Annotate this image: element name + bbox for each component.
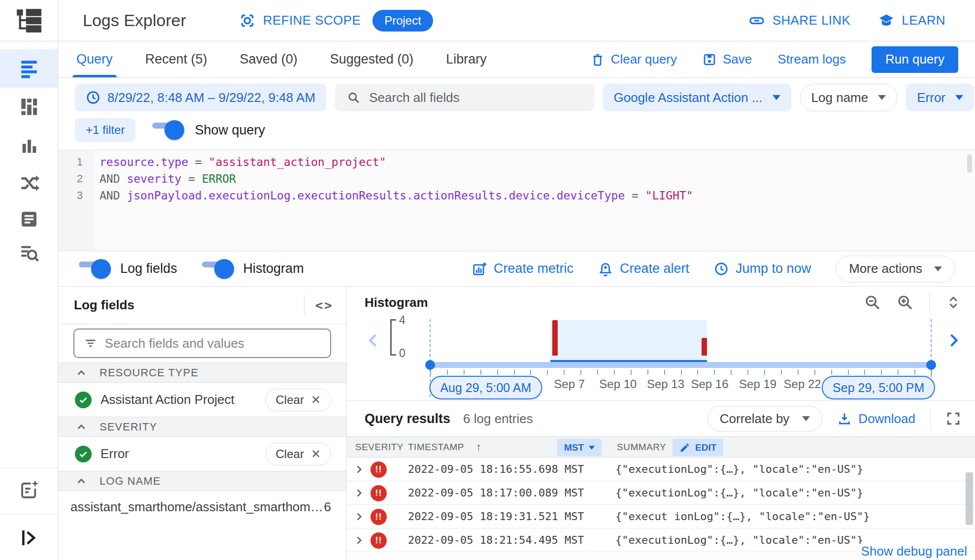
histogram-next-icon[interactable] [945, 332, 962, 349]
log-field-item[interactable]: Assistant Action ProjectClear✕ [58, 383, 346, 417]
sidebar-item-expand-panel[interactable] [0, 524, 58, 552]
search-all-fields-input[interactable] [369, 90, 582, 105]
search-all-fields[interactable] [335, 84, 594, 111]
log-field-item[interactable]: assistant_smarthome/assistant_smarthom…6 [58, 491, 346, 523]
tab-saved-0[interactable]: Saved (0) [240, 41, 298, 77]
tab-recent-5[interactable]: Recent (5) [145, 41, 207, 77]
log-fields-title: Log fields [74, 297, 134, 313]
histogram-bar[interactable] [702, 338, 707, 356]
download-icon [837, 411, 852, 426]
learn-button[interactable]: LEARN [878, 12, 945, 29]
log-fields-search-input[interactable] [105, 336, 320, 351]
editor-scrollbar[interactable] [967, 154, 972, 173]
refine-scope-button[interactable]: REFINE SCOPE [239, 13, 361, 29]
edit-summary-button[interactable]: EDIT [672, 439, 723, 456]
results-scrollbar[interactable] [966, 472, 973, 525]
sidebar-item-logs-dashboard[interactable] [0, 93, 58, 120]
correlate-by-button[interactable]: Correlate by [707, 406, 823, 431]
collapse-panel-icon[interactable]: <> [315, 298, 334, 313]
bar-chart-icon [19, 136, 39, 156]
fullscreen-icon[interactable] [945, 411, 961, 427]
sidebar-item-logs-storage[interactable] [0, 205, 58, 233]
error-severity-icon: !! [370, 509, 387, 525]
sidebar-item-release-notes[interactable] [0, 476, 58, 503]
range-end-label: Sep 29, 5:00 PM [833, 381, 924, 395]
download-button[interactable]: Download [837, 411, 915, 427]
token-str: "LIGHT" [645, 189, 693, 202]
collapse-histogram-icon[interactable] [945, 295, 961, 310]
resource-filter-chip[interactable]: Google Assistant Action ... [603, 84, 791, 111]
clear-query-button[interactable]: Clear query [591, 52, 677, 67]
create-metric-button[interactable]: Create metric [472, 261, 573, 276]
tab-bar: QueryRecent (5)Saved (0)Suggested (0)Lib… [58, 41, 975, 78]
chevron-up-icon [75, 421, 88, 433]
histogram-prev-icon[interactable] [365, 332, 381, 349]
log-fields-search[interactable] [73, 329, 331, 358]
more-actions-button[interactable]: More actions [836, 256, 955, 282]
project-scope-badge[interactable]: Project [372, 10, 433, 32]
severity-filter-chip[interactable]: Error [906, 84, 974, 111]
divider [929, 292, 930, 313]
log-field-item[interactable]: ErrorClear✕ [58, 437, 346, 471]
log-fields-toggle[interactable] [79, 262, 108, 276]
axis-tick [514, 370, 515, 375]
stream-logs-button[interactable]: Stream logs [777, 52, 846, 67]
zoom-out-icon[interactable] [864, 294, 881, 311]
line-number: 3 [58, 187, 95, 204]
chevron-down-icon [934, 266, 942, 271]
log-fields-sections: RESOURCE TYPEAssistant Action ProjectCle… [58, 362, 346, 523]
sort-ascending-icon[interactable]: ↑ [476, 441, 482, 454]
share-link-button[interactable]: SHARE LINK [748, 13, 851, 28]
clear-filter-button[interactable]: Clear✕ [266, 443, 331, 465]
line-number: 2 [58, 170, 95, 187]
expand-row-icon[interactable] [353, 534, 366, 549]
slider-handle-end[interactable] [926, 360, 936, 370]
logs-dashboard-icon [19, 96, 39, 117]
range-end-pill[interactable]: Sep 29, 5:00 PM [822, 376, 935, 399]
clear-filter-button[interactable]: Clear✕ [266, 389, 331, 411]
expand-row-icon[interactable] [353, 510, 366, 525]
time-range-chip[interactable]: 8/29/22, 8:48 AM – 9/29/22, 9:48 AM [75, 84, 326, 111]
column-timestamp[interactable]: TIMESTAMP [408, 442, 464, 453]
section-header-severity[interactable]: SEVERITY [58, 417, 346, 437]
create-alert-button[interactable]: Create alert [598, 261, 689, 276]
sidebar-item-log-analytics[interactable] [0, 239, 58, 266]
save-button[interactable]: Save [703, 52, 752, 67]
expand-row-icon[interactable] [353, 463, 366, 478]
tab-library[interactable]: Library [446, 41, 487, 77]
section-header-log-name[interactable]: LOG NAME [58, 471, 346, 491]
token-field: resource.type [100, 156, 188, 168]
jump-to-now-button[interactable]: Jump to now [714, 261, 811, 276]
expand-row-icon[interactable] [353, 487, 366, 501]
run-query-label: Run query [885, 52, 944, 67]
zoom-in-icon[interactable] [897, 294, 913, 311]
show-query-toggle[interactable] [152, 123, 182, 137]
time-range-label: 8/29/22, 8:48 AM – 9/29/22, 9:48 AM [107, 90, 315, 105]
x-axis-label: Sep 7 [554, 377, 585, 391]
show-debug-panel-link[interactable]: Show debug panel [857, 544, 967, 559]
histogram-selection[interactable] [550, 320, 707, 362]
timezone-label: MST [564, 442, 584, 453]
sidebar-item-logs-explorer[interactable] [0, 49, 58, 88]
log-entry-row[interactable]: !!2022-09-05 18:19:31.521 MST{"execut io… [347, 505, 975, 528]
range-start-pill[interactable]: Aug 29, 5:00 AM [429, 376, 542, 399]
histogram-plot[interactable]: Aug 29, 5:00 AM Sep 29, 5:00 PM Sep 7Sep… [430, 318, 931, 400]
histogram-toggle[interactable] [202, 262, 232, 276]
log-name-filter-chip[interactable]: Log name [800, 84, 898, 111]
time-slider-track[interactable] [430, 362, 931, 368]
histogram-bar[interactable] [552, 320, 558, 356]
query-editor[interactable]: 123 resource.type = "assistant_action_pr… [58, 150, 975, 251]
tab-suggested-0[interactable]: Suggested (0) [330, 41, 414, 77]
log-entry-row[interactable]: !!2022-09-05 18:17:00.089 MST{"execution… [347, 481, 975, 505]
slider-handle-start[interactable] [425, 360, 435, 370]
more-filters-chip[interactable]: +1 filter [75, 118, 135, 142]
shuffle-icon [19, 173, 39, 194]
section-header-resource-type[interactable]: RESOURCE TYPE [58, 362, 346, 383]
run-query-button[interactable]: Run query [872, 46, 958, 73]
sidebar-item-log-router[interactable] [0, 169, 58, 197]
log-entry-row[interactable]: !!2022-09-05 18:16:55.698 MST{"execution… [347, 458, 975, 481]
sidebar-item-log-based-metrics[interactable] [0, 132, 58, 160]
chevron-up-icon [75, 366, 88, 379]
timezone-selector[interactable]: MST [557, 439, 602, 456]
tab-query[interactable]: Query [76, 41, 113, 77]
